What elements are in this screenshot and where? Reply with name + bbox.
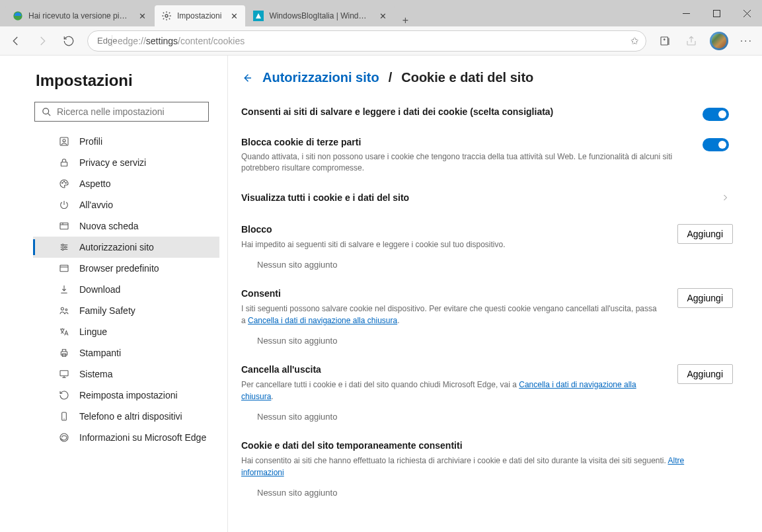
download-icon	[58, 284, 70, 295]
svg-rect-36	[60, 371, 68, 376]
nav-privacy[interactable]: Privacy e servizi	[33, 152, 219, 173]
site-identity[interactable]: Edge	[95, 36, 106, 46]
share-button[interactable]	[679, 29, 703, 53]
nav-profili[interactable]: Profili	[33, 131, 219, 152]
tab-title: WindowsBlogItalia | Windows, S	[269, 11, 370, 20]
setting-subtext: Quando attivata, i siti non possono usar…	[241, 151, 683, 174]
power-icon	[58, 200, 70, 210]
separator	[112, 35, 112, 47]
reset-icon	[58, 390, 70, 400]
section-consenti: Consenti I siti seguenti possono salvare…	[241, 288, 733, 346]
new-tab-button[interactable]: +	[395, 15, 415, 26]
tab-title: Impostazioni	[177, 11, 221, 20]
nav-informazioni[interactable]: Informazioni su Microsoft Edge	[33, 427, 219, 448]
svg-point-28	[62, 248, 64, 250]
breadcrumb-back-icon[interactable]	[241, 72, 253, 84]
nav-sistema[interactable]: Sistema	[33, 363, 219, 385]
section-title: Blocco	[241, 224, 677, 235]
window-title-bar: Hai ricevuto la versione più rece ✕ Impo…	[0, 0, 762, 26]
browser-tab[interactable]: WindowsBlogItalia | Windows, S ✕	[246, 5, 395, 26]
favorite-star-icon[interactable]: ✩	[630, 35, 639, 47]
family-icon	[58, 305, 70, 316]
nav-reimposta[interactable]: Reimposta impostazioni	[33, 385, 219, 406]
toggle-block-third-party[interactable]	[703, 138, 729, 151]
setting-label: Blocca cookie di terze parti	[241, 137, 683, 147]
edge-icon	[58, 432, 70, 443]
breadcrumb-current: Cookie e dati del sito	[401, 70, 533, 85]
section-cancella: Cancella all'uscita Per cancellare tutti…	[241, 364, 733, 422]
breadcrumb-link[interactable]: Autorizzazioni sito	[262, 70, 379, 85]
svg-point-17	[62, 182, 63, 183]
edge-favicon-icon	[13, 11, 23, 21]
settings-search[interactable]	[34, 102, 209, 122]
url-text: edge://settings/content/cookies	[118, 36, 625, 46]
svg-point-15	[63, 139, 65, 142]
breadcrumb-sep: /	[389, 70, 393, 85]
nav-stampanti[interactable]: Stampanti	[33, 342, 219, 363]
refresh-button[interactable]	[57, 29, 81, 53]
svg-rect-14	[60, 137, 68, 145]
settings-content: Autorizzazioni sito / Cookie e dati del …	[228, 56, 762, 532]
add-cancella-button[interactable]: Aggiungi	[677, 364, 734, 384]
section-title: Consenti	[241, 288, 677, 299]
window-controls	[671, 0, 762, 26]
site-identity-label: Edge	[97, 36, 117, 46]
browser-tab[interactable]: Impostazioni ✕	[155, 5, 245, 26]
browser-toolbar: Edge edge://settings/content/cookies ✩ ·…	[0, 26, 762, 56]
chevron-right-icon	[721, 194, 729, 202]
menu-more-icon[interactable]: ···	[735, 35, 758, 47]
toggle-allow-cookies[interactable]	[703, 108, 729, 121]
address-bar[interactable]: Edge edge://settings/content/cookies ✩	[87, 30, 646, 52]
section-desc: Hai impedito ai seguenti siti di salvare…	[241, 239, 677, 250]
svg-rect-4	[713, 10, 720, 17]
tab-icon	[58, 221, 70, 231]
tab-close-icon[interactable]: ✕	[229, 11, 239, 20]
nav-autorizzazioni-sito[interactable]: Autorizzazioni sito	[33, 237, 219, 258]
nav-nuova-scheda[interactable]: Nuova scheda	[33, 215, 219, 237]
nav-family-safety[interactable]: Family Safety	[33, 300, 219, 321]
svg-rect-8	[661, 37, 668, 45]
close-window-button[interactable]	[732, 0, 762, 26]
nav-aspetto[interactable]: Aspetto	[33, 173, 219, 194]
add-blocco-button[interactable]: Aggiungi	[677, 224, 734, 244]
nav-avvio[interactable]: All'avvio	[33, 194, 219, 215]
section-temp-consentiti: Cookie e dati del sito temporaneamente c…	[241, 440, 733, 498]
empty-blocco: Nessun sito aggiunto	[241, 250, 733, 270]
profile-icon	[58, 136, 70, 147]
site-favicon-icon	[253, 11, 264, 21]
settings-search-input[interactable]	[57, 106, 202, 117]
svg-point-1	[165, 15, 168, 17]
lock-icon	[58, 157, 70, 168]
add-consenti-button[interactable]: Aggiungi	[677, 288, 734, 308]
settings-heading: Impostazioni	[36, 71, 219, 90]
clear-on-exit-link[interactable]: Cancella i dati di navigazione alla chiu…	[248, 316, 397, 325]
section-title: Cookie e dati del sito temporaneamente c…	[241, 440, 733, 451]
sliders-icon	[58, 242, 70, 252]
tab-close-icon[interactable]: ✕	[378, 11, 387, 20]
nav-telefono[interactable]: Telefono e altri dispositivi	[33, 406, 219, 427]
profile-avatar[interactable]	[710, 32, 728, 50]
section-blocco: Blocco Hai impedito ai seguenti siti di …	[241, 224, 733, 270]
tab-strip: Hai ricevuto la versione più rece ✕ Impo…	[0, 0, 671, 26]
svg-rect-20	[60, 223, 68, 229]
maximize-button[interactable]	[701, 0, 732, 26]
collections-button[interactable]	[653, 29, 677, 53]
view-all-cookies-row[interactable]: Visualizza tutti i cookie e i dati del s…	[241, 190, 733, 206]
back-button[interactable]	[4, 29, 28, 53]
nav-download[interactable]: Download	[33, 279, 219, 300]
nav-lingue[interactable]: Lingue	[33, 321, 219, 342]
browser-tab[interactable]: Hai ricevuto la versione più rece ✕	[5, 5, 154, 26]
settings-nav: Profili Privacy e servizi Aspetto All'av…	[33, 131, 219, 448]
nav-browser-predefinito[interactable]: Browser predefinito	[33, 258, 219, 279]
settings-sidebar: Impostazioni Profili Privacy e servizi A…	[0, 56, 228, 532]
minimize-button[interactable]	[671, 0, 701, 26]
nav-row-label: Visualizza tutti i cookie e i dati del s…	[241, 192, 409, 203]
setting-block-third-party: Blocca cookie di terze parti Quando atti…	[241, 137, 733, 174]
svg-point-33	[65, 309, 67, 311]
tab-close-icon[interactable]: ✕	[137, 11, 147, 20]
svg-point-32	[61, 307, 63, 310]
breadcrumb: Autorizzazioni sito / Cookie e dati del …	[241, 70, 733, 85]
svg-point-26	[62, 244, 64, 246]
empty-temp: Nessun sito aggiunto	[241, 478, 733, 498]
forward-button[interactable]	[30, 29, 54, 53]
